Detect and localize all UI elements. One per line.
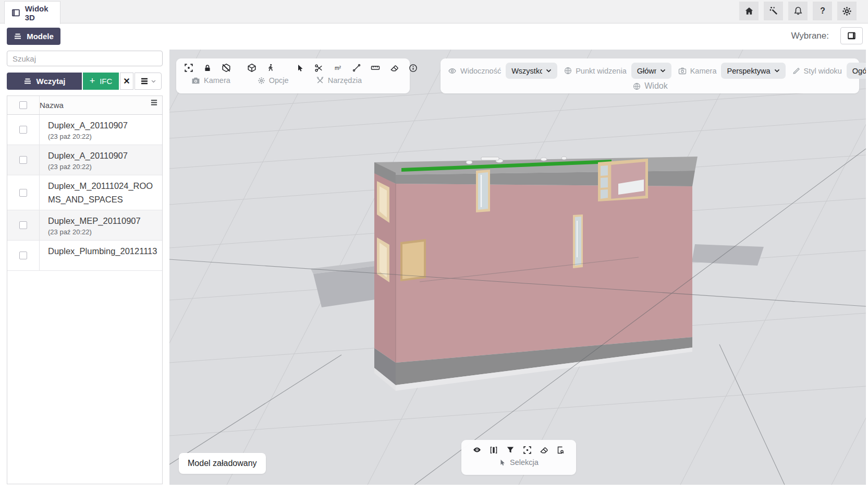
help-button[interactable]: ? <box>813 2 832 20</box>
house-model <box>374 157 698 391</box>
chevron-down-icon <box>660 69 666 73</box>
area-measure-button[interactable]: m² <box>333 63 343 73</box>
model-name: Duplex_A_20110907 <box>48 118 128 132</box>
camera-mode-dropdown[interactable]: Perspektywa <box>721 63 785 79</box>
load-button[interactable]: Wczytaj <box>7 73 82 90</box>
bim-viewer-app: Widok 3D ? Modele Wybrane: <box>0 0 868 490</box>
view-menu-label: Widok <box>644 81 667 91</box>
cursor-icon <box>296 64 304 73</box>
options-menu[interactable]: Opcje <box>258 76 289 85</box>
plus-icon: + <box>90 76 95 87</box>
table-row[interactable]: Duplex_A_20110907 (23 paź 20:22) <box>7 145 162 175</box>
chevron-down-icon <box>546 69 552 73</box>
walk-button[interactable] <box>266 63 275 73</box>
find-in-model-button[interactable] <box>556 445 565 455</box>
cut-button[interactable] <box>314 63 323 73</box>
gear-icon <box>258 77 265 85</box>
magic-wand-button[interactable] <box>764 2 783 20</box>
eraser-icon <box>390 64 399 73</box>
add-ifc-button[interactable]: + IFC <box>83 73 119 90</box>
help-icon: ? <box>818 6 827 16</box>
svg-text:m²: m² <box>335 65 341 71</box>
table-row[interactable]: Duplex_Plumbing_20121113 <box>7 241 162 271</box>
lock-icon <box>203 64 212 73</box>
view-menu[interactable]: Widok <box>633 81 667 91</box>
viewport-3d[interactable]: m² Kamera Opcje Narzędzia <box>169 50 866 485</box>
row-checkbox[interactable] <box>19 156 27 164</box>
column-menu-button[interactable] <box>150 99 158 106</box>
measure-button[interactable] <box>352 63 361 73</box>
walk-icon <box>266 63 275 73</box>
tools-menu[interactable]: Narzędzia <box>316 76 362 85</box>
clear-selection-button[interactable] <box>539 445 548 455</box>
ifc-button-label: IFC <box>100 77 112 86</box>
measure-icon <box>352 64 361 72</box>
visibility-dropdown[interactable]: Wszystko <box>506 63 557 79</box>
cursor-icon <box>499 459 506 467</box>
gear-icon <box>842 6 852 16</box>
table-row[interactable]: Duplex_M_20111024_ROOMS_AND_SPACES <box>7 175 162 210</box>
clear-button[interactable]: ✕ <box>120 73 133 90</box>
info-button[interactable] <box>409 63 418 73</box>
doc-search-icon <box>556 446 565 455</box>
chevron-down-icon <box>774 69 780 73</box>
toast-message: Model załadowany <box>179 453 266 474</box>
model-timestamp: (23 paź 20:22) <box>48 163 128 171</box>
row-checkbox[interactable] <box>19 252 27 259</box>
settings-button[interactable] <box>837 2 857 20</box>
zoom-to-selection-button[interactable] <box>522 445 532 455</box>
row-checkbox[interactable] <box>19 126 27 134</box>
window-upper <box>476 170 490 212</box>
tab-bar: Widok 3D ? <box>0 0 868 23</box>
select-all-checkbox[interactable] <box>19 101 27 109</box>
filter-button[interactable] <box>506 445 515 455</box>
magic-wand-icon <box>769 6 778 16</box>
cube-off-icon <box>222 63 231 73</box>
models-sidebar: Wczytaj + IFC ✕ Nazwa <box>0 50 169 490</box>
filter-icon <box>506 446 515 454</box>
select-button[interactable] <box>296 63 304 73</box>
toolbar-row: Modele Wybrane: <box>0 24 868 50</box>
camera-menu[interactable]: Kamera <box>191 76 230 85</box>
cut-icon <box>314 64 323 73</box>
eye-filled-icon <box>472 446 482 453</box>
ruler-button[interactable] <box>371 63 380 73</box>
options-menu-label: Opcje <box>269 76 289 85</box>
selection-mode[interactable]: Selekcja <box>461 458 576 467</box>
models-button[interactable]: Modele <box>7 28 60 45</box>
view-style-dropdown[interactable]: Ogólny <box>847 63 866 79</box>
target-icon <box>523 446 532 455</box>
list-menu-button[interactable] <box>135 73 162 90</box>
cube-button[interactable] <box>247 63 256 73</box>
view-settings-toolbar: Widoczność Wszystko Punkt widzenia Główn… <box>441 58 859 93</box>
window-group-right <box>598 159 648 201</box>
home-button[interactable] <box>739 2 759 20</box>
row-checkbox[interactable] <box>19 221 27 229</box>
table-row[interactable]: Duplex_MEP_20110907 (23 paź 20:22) <box>7 210 162 241</box>
row-checkbox[interactable] <box>19 189 27 197</box>
layers-icon <box>23 78 32 85</box>
hamburger-icon <box>150 99 158 106</box>
area-icon: m² <box>333 64 343 72</box>
cube-off-button[interactable] <box>222 63 231 73</box>
selection-mode-label: Selekcja <box>510 458 539 467</box>
fit-view-button[interactable] <box>184 63 193 73</box>
selected-window-button[interactable] <box>840 27 863 44</box>
models-table-body: Duplex_A_20110907 (23 paź 20:22) Duplex_… <box>7 115 162 271</box>
eraser-button[interactable] <box>390 63 399 73</box>
hamburger-icon <box>140 78 149 85</box>
lock-button[interactable] <box>203 63 212 73</box>
selected-label: Wybrane: <box>791 31 829 41</box>
table-row[interactable]: Duplex_A_20110907 (23 paź 20:22) <box>7 115 162 145</box>
tools-menu-label: Narzędzia <box>328 76 362 85</box>
tab-widok-3d[interactable]: Widok 3D <box>4 1 60 24</box>
info-icon <box>409 64 418 73</box>
search-input[interactable] <box>7 51 163 66</box>
window-icon <box>11 8 20 17</box>
window-lower <box>573 214 583 268</box>
viewpoint-dropdown[interactable]: Główny <box>631 63 671 79</box>
section-button[interactable] <box>489 445 498 455</box>
notifications-button[interactable] <box>788 2 808 20</box>
cube-icon <box>247 63 256 73</box>
visibility-toggle-button[interactable] <box>472 445 482 455</box>
